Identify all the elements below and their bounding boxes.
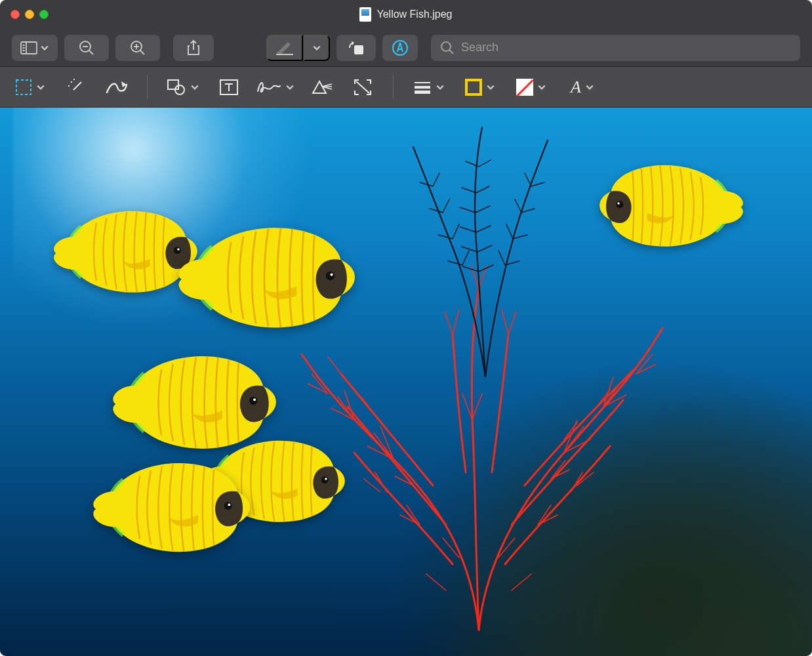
svg-line-29 [356,81,369,93]
search-field[interactable] [431,35,800,61]
adjust-color-tool[interactable] [309,74,335,100]
svg-line-17 [449,50,453,54]
svg-line-19 [73,82,81,90]
instant-alpha-tool[interactable] [63,74,89,100]
zoom-out-icon [78,39,95,56]
svg-rect-14 [354,45,363,54]
shapes-icon [167,79,186,96]
chevron-down-icon [537,83,546,92]
markup-toggle-button[interactable] [382,35,418,61]
selection-tool[interactable] [12,74,49,100]
svg-point-16 [441,42,451,51]
svg-rect-20 [168,80,178,89]
minimize-window-button[interactable] [25,10,34,19]
markup-toolbar: A [0,67,812,108]
chevron-down-icon [312,43,321,52]
chevron-down-icon [190,83,199,92]
close-window-button[interactable] [10,10,20,19]
titlebar[interactable]: Yellow Fish.jpeg [0,0,812,29]
markup-pencil-button[interactable] [266,35,303,61]
adjust-size-tool[interactable] [350,74,376,100]
signature-icon [256,79,281,95]
sidebar-toggle-button[interactable] [12,35,58,61]
rotate-left-button[interactable] [336,35,376,61]
border-color-swatch [465,79,482,96]
search-icon [440,41,455,55]
image-file-icon [359,7,371,22]
zoom-in-icon [129,39,146,56]
font-style-tool[interactable]: A [564,74,601,100]
chevron-down-icon [486,83,495,92]
zoom-in-button[interactable] [115,35,160,61]
sign-tool[interactable] [256,74,294,100]
sidebar-icon [20,41,37,54]
fill-color-tool[interactable] [513,74,550,100]
zoom-out-button[interactable] [64,35,109,61]
search-input[interactable] [461,41,791,54]
share-button[interactable] [173,35,214,61]
preview-window: Yellow Fish.jpeg [0,0,812,656]
chevron-down-icon [40,43,49,52]
magic-wand-icon [67,78,85,96]
text-box-icon [219,79,239,96]
markup-circle-icon [391,39,409,57]
window-title: Yellow Fish.jpeg [0,7,812,22]
markup-pencil-dropdown[interactable] [304,35,330,61]
line-weight-icon [413,81,432,94]
sketch-icon [106,79,128,95]
svg-rect-18 [16,80,31,94]
window-title-text: Yellow Fish.jpeg [376,9,452,20]
fish-2 [164,207,368,352]
fullscreen-window-button[interactable] [39,10,49,19]
svg-line-6 [89,51,93,54]
chevron-down-icon [285,83,294,92]
fish-5 [80,445,261,574]
fish-6 [590,148,756,266]
rotate-left-icon [347,40,365,56]
divider [147,75,148,99]
line-style-tool[interactable] [411,74,447,100]
border-color-tool[interactable] [462,74,498,100]
image-canvas[interactable] [0,108,812,656]
font-a-icon: A [571,77,581,97]
black-feather-coral [367,108,603,383]
svg-line-9 [140,51,144,54]
chevron-down-icon [585,83,594,92]
sketch-tool[interactable] [104,74,130,100]
markup-pencil-split-button [266,35,330,61]
shapes-tool[interactable] [165,74,201,100]
divider [393,75,394,99]
prism-icon [312,79,333,95]
main-toolbar [0,29,812,67]
traffic-lights [0,10,49,19]
resize-icon [353,78,373,96]
text-tool[interactable] [216,74,242,100]
chevron-down-icon [36,83,45,92]
pencil-draw-icon [275,41,294,55]
share-icon [186,39,201,56]
chevron-down-icon [436,83,445,92]
selection-icon [15,79,32,96]
fill-color-swatch [516,79,533,96]
